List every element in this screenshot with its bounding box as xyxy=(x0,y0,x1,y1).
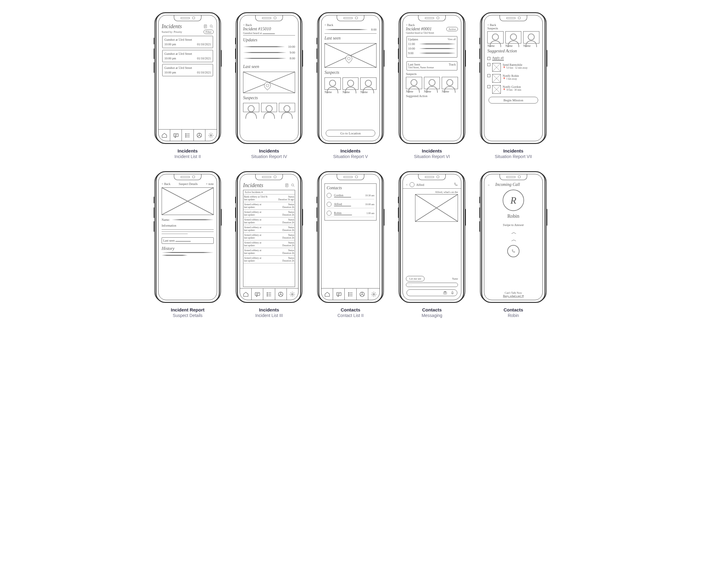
row-status: Status xyxy=(282,211,294,213)
svg-point-40 xyxy=(267,294,268,295)
tab-list[interactable] xyxy=(345,288,356,300)
avatar-placeholder[interactable] xyxy=(261,103,277,112)
document-icon[interactable] xyxy=(203,24,208,29)
lastseen-heading: Last seen xyxy=(163,239,175,242)
history-heading: History xyxy=(162,246,214,251)
caption-group: Contacts xyxy=(504,307,523,313)
quick-reply-button[interactable]: Busy, what's up? ▾ xyxy=(487,294,539,298)
row-sub: last update: xyxy=(244,252,261,254)
section-header[interactable]: Active Incidents ▾ xyxy=(243,190,295,194)
map-placeholder[interactable] xyxy=(324,43,377,68)
tab-list[interactable] xyxy=(182,130,194,141)
suspect-card[interactable]: Name xyxy=(487,31,504,47)
incident-row[interactable]: Armed robbery atlast update: StatusDurat… xyxy=(243,210,295,217)
update-row[interactable]: 10:00 xyxy=(243,45,295,48)
incident-row[interactable]: Armed robbery atlast update: StatusDurat… xyxy=(243,256,295,263)
update-row[interactable]: 11:00 xyxy=(408,42,456,46)
avatar-placeholder[interactable] xyxy=(243,103,259,112)
tab-wheel[interactable] xyxy=(275,288,287,300)
incident-time: 10:00 pm xyxy=(164,71,176,74)
incident-row[interactable]: Armed robbery atlast update: StatusDurat… xyxy=(243,233,295,240)
suspect-card[interactable]: Name xyxy=(424,77,440,93)
avatar-placeholder[interactable] xyxy=(279,103,295,112)
back-link[interactable]: < Back xyxy=(487,23,539,27)
image-attachment[interactable] xyxy=(415,194,458,222)
tab-settings[interactable] xyxy=(205,130,217,141)
tab-chat[interactable] xyxy=(252,288,263,300)
row-duration: Duration 2h xyxy=(282,252,294,254)
suspect-card[interactable]: Name xyxy=(406,77,422,93)
filter-button[interactable]: Filter xyxy=(204,30,214,34)
tab-wheel[interactable] xyxy=(194,130,205,141)
svg-point-19 xyxy=(284,106,290,112)
tab-wheel[interactable] xyxy=(357,288,368,300)
search-icon[interactable] xyxy=(209,24,214,29)
search-icon[interactable] xyxy=(291,183,295,188)
contact-name: Gordon xyxy=(334,194,363,197)
tab-chat[interactable] xyxy=(170,130,182,141)
update-row[interactable]: 9:00 xyxy=(408,51,456,55)
contact-row[interactable]: Alfred 10:00 am xyxy=(326,201,375,208)
suspect-card[interactable]: Name xyxy=(324,77,341,94)
message-input-bar[interactable] xyxy=(407,289,457,296)
incident-row[interactable]: Armed robbery atlast update: StatusDurat… xyxy=(243,240,295,248)
checkbox[interactable] xyxy=(487,57,490,60)
back-link[interactable]: ← xyxy=(487,183,490,187)
tab-home[interactable] xyxy=(321,288,333,300)
tab-chat[interactable] xyxy=(333,288,345,300)
begin-mission-button[interactable]: Begin Mission xyxy=(489,97,538,104)
track-link[interactable]: Track xyxy=(449,63,456,66)
suspect-card[interactable]: Name xyxy=(342,77,359,94)
viewall-link[interactable]: View all xyxy=(448,38,456,41)
tab-home[interactable] xyxy=(159,130,170,141)
incident-row[interactable]: Armed robbery atlast update: StatusDurat… xyxy=(243,248,295,256)
update-row[interactable]: 9:00 xyxy=(243,51,295,54)
tab-list[interactable] xyxy=(263,288,275,300)
row-duration: Duration 2h xyxy=(282,236,294,239)
back-link[interactable]: < Back xyxy=(162,182,171,186)
contact-row[interactable]: Gordon 10:30 am xyxy=(326,192,375,199)
map-placeholder[interactable] xyxy=(243,72,295,93)
update-row[interactable]: 8:00 xyxy=(243,57,295,60)
tab-settings[interactable] xyxy=(368,288,380,300)
incident-row[interactable]: Armed robbery atlast update: StatusDurat… xyxy=(243,217,295,225)
checkbox[interactable] xyxy=(487,85,490,88)
incident-row[interactable]: Bank robbery at 53rd Stlast update: Stat… xyxy=(243,194,295,202)
wireframe: Contacts Gordon 10:30 am Alfred 10:00 am… xyxy=(314,171,387,318)
checkbox[interactable] xyxy=(487,63,490,66)
tab-home[interactable] xyxy=(240,288,252,300)
back-link[interactable]: < Back xyxy=(243,23,295,27)
incident-row[interactable]: Armed robbery atlast update: StatusDurat… xyxy=(243,202,295,210)
row-status: Status xyxy=(282,203,294,206)
answer-button[interactable] xyxy=(507,245,519,257)
back-link[interactable]: < Back xyxy=(324,23,377,27)
incident-row[interactable]: Armed robbery atlast update: StatusDurat… xyxy=(243,225,295,233)
apply-all-button[interactable]: Apply all xyxy=(492,56,504,61)
action-row[interactable]: Send Batmobile📍 5.0 km · 12 min away xyxy=(487,63,539,72)
add-note-button[interactable]: + note xyxy=(206,182,214,186)
checkbox[interactable] xyxy=(487,74,490,77)
contact-row[interactable]: Robin 1:00 am xyxy=(326,209,375,217)
phone-icon[interactable] xyxy=(454,182,458,187)
mic-icon[interactable] xyxy=(450,290,455,295)
row-duration: Duration 2h xyxy=(282,206,294,209)
camera-icon[interactable] xyxy=(443,290,447,295)
sender-label: Name xyxy=(452,277,458,280)
action-row[interactable]: Notify Robin📍 1 km away xyxy=(487,74,539,83)
row-title: Bank robbery at 53rd St xyxy=(244,195,267,198)
action-row[interactable]: Notify Gordon📍 10 km · 30 min xyxy=(487,85,539,94)
suspect-card[interactable]: Name xyxy=(505,31,522,47)
goto-location-button[interactable]: Go to Location xyxy=(326,130,375,137)
tab-settings[interactable] xyxy=(287,288,298,300)
suspect-card[interactable]: Name xyxy=(523,31,539,47)
incident-card[interactable]: Gunshot at 53rd Street 10:00 pm01/10/202… xyxy=(162,64,213,76)
update-row[interactable]: 10:00 xyxy=(408,47,456,50)
incident-card[interactable]: Gunshot at 53rd Street 10:00 pm01/10/202… xyxy=(162,36,213,48)
incident-card[interactable]: Gunshot at 53rd Street 10:00 pm01/10/202… xyxy=(162,50,213,62)
document-icon[interactable] xyxy=(285,183,289,188)
suspect-card[interactable]: Name xyxy=(442,77,458,93)
svg-rect-35 xyxy=(255,292,260,296)
back-link[interactable]: < xyxy=(406,183,408,187)
back-link[interactable]: < Back xyxy=(406,23,458,27)
suspect-card[interactable]: Name xyxy=(360,77,377,94)
